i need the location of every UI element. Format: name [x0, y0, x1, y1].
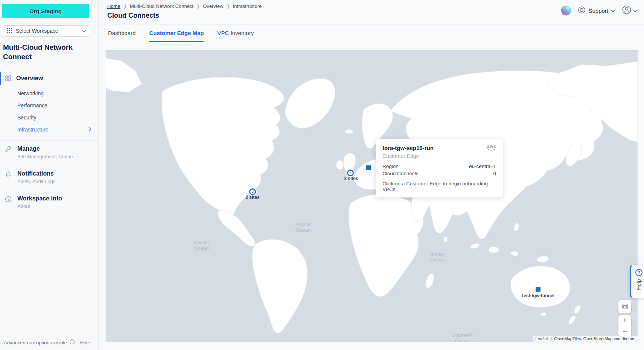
bell-icon [5, 171, 12, 180]
popup-row-region: Region eu-central-1 [382, 163, 496, 170]
breadcrumb-home[interactable]: Home [107, 3, 120, 9]
sidebar-item-manage[interactable]: Manage Site Management, Conne... [0, 141, 98, 165]
customer-edge-marker[interactable] [366, 165, 371, 170]
sidebar-item-overview-label: Overview [16, 75, 43, 82]
org-avatar[interactable] [561, 6, 571, 15]
overview-grid-icon [5, 75, 11, 81]
popup-row-label: Cloud Connects [382, 170, 419, 177]
sidebar-item-workspace-info-label: Workspace Info [17, 195, 91, 202]
sidebar-item-infrastructure[interactable]: Infrastructure [0, 124, 98, 136]
org-staging-button[interactable]: Org Staging [2, 4, 89, 18]
sidebar-item-networking[interactable]: Networking [0, 87, 98, 99]
active-indicator [0, 72, 1, 85]
page-header: Home ❯ Multi-Cloud Network Connect ❯ Ove… [99, 0, 644, 24]
sidebar-item-manage-sublabel: Site Management, Conne... [17, 154, 91, 159]
attribution-separator: | [551, 336, 552, 341]
site-cluster-label: 2 sites [344, 176, 358, 181]
ocean-label-pacific: Pacific Ocean [194, 240, 209, 251]
question-mark-icon: ? [635, 269, 642, 276]
ocean-label-atlantic: Atlantic Ocean [295, 222, 312, 233]
wrench-icon [5, 146, 12, 155]
world-map-landmasses [106, 50, 638, 342]
sidebar-item-security-label: Security [17, 115, 37, 121]
sidebar-item-workspace-info[interactable]: Workspace Info About [0, 190, 98, 215]
ocean-label-indian: Indian Ocean [430, 251, 445, 263]
user-menu[interactable] [622, 5, 637, 16]
info-icon [69, 339, 75, 346]
popup-row-cloud-connects: Cloud Connects 0 [382, 170, 496, 177]
customer-edge-map[interactable]: Pacific Ocean Atlantic Ocean Indian Ocea… [106, 50, 638, 342]
sidebar-item-notifications-label: Notifications [17, 170, 91, 177]
site-cluster-marker[interactable]: 2 [249, 188, 256, 195]
support-icon [578, 6, 586, 15]
chevron-down-icon [611, 7, 615, 14]
user-icon [622, 5, 632, 16]
popup-row-label: Region [382, 163, 399, 170]
popup-row-value: eu-central-1 [469, 163, 496, 170]
header-actions: Support [561, 5, 637, 16]
breadcrumb-separator: ❯ [226, 4, 230, 9]
product-title: Multi-Cloud Network Connect [3, 43, 89, 61]
chevron-down-icon [633, 7, 637, 14]
sidebar-item-networking-label: Networking [17, 90, 44, 96]
leaflet-link[interactable]: Leaflet [536, 336, 548, 341]
popup-row-value: 0 [493, 170, 496, 177]
fit-bounds-button[interactable] [618, 300, 631, 313]
sidebar-item-security[interactable]: Security [0, 112, 98, 124]
customer-edge-popup: tora-tgw-sep16-run aws Customer Edge Reg… [376, 139, 503, 197]
chevron-right-icon [88, 127, 91, 133]
workspace-selector[interactable]: Select Workspace [3, 25, 90, 37]
zoom-out-button[interactable]: − [618, 326, 631, 337]
map-attribution: Leaflet | OpenMapTiles, OpenStreetMap co… [533, 336, 638, 342]
sidebar-item-overview[interactable]: Overview [0, 69, 98, 87]
site-cluster-marker[interactable]: 2 [347, 170, 354, 176]
chevron-down-icon [82, 28, 86, 34]
ocean-label-southern: Southern Ocean [452, 332, 472, 342]
sidebar-item-performance[interactable]: Performance [0, 99, 98, 112]
aws-provider-icon: aws [487, 144, 496, 151]
support-menu[interactable]: Support [578, 6, 615, 15]
sidebar-item-notifications-sublabel: Alerts, Audit Logs [17, 179, 91, 184]
breadcrumb-overview[interactable]: Overview [203, 3, 223, 9]
sidebar-item-performance-label: Performance [17, 102, 47, 109]
attribution-text: OpenMapTiles, OpenStreetMap contributors [554, 336, 635, 341]
fit-bounds-icon [622, 304, 628, 309]
overview-subnav: Networking Performance Security Infrastr… [0, 87, 98, 140]
sidebar-footer: Advanced nav options visible Hide [0, 335, 98, 350]
sidebar-item-workspace-info-sublabel: About [17, 203, 91, 209]
site-cluster-label: 2 sites [245, 195, 259, 200]
zoom-in-button[interactable]: + [618, 315, 631, 326]
popup-title: tora-tgw-sep16-run [382, 145, 487, 151]
tab-customer-edge-map[interactable]: Customer Edge Map [149, 30, 204, 42]
popup-hint-text: Click on a Customer Edge to begin onboar… [382, 181, 496, 192]
sidebar: Org Staging Select Workspace Multi-Cloud… [0, 0, 99, 350]
support-label: Support [588, 8, 608, 14]
customer-edge-marker[interactable] [536, 287, 540, 292]
sidebar-item-infrastructure-label: Infrastructure [17, 127, 48, 133]
app-root: Org Staging Select Workspace Multi-Cloud… [0, 0, 644, 350]
main-content: Home ❯ Multi-Cloud Network Connect ❯ Ove… [99, 0, 644, 350]
tab-vpc-inventory[interactable]: VPC Inventory [217, 30, 254, 42]
breadcrumb-separator: ❯ [123, 4, 127, 9]
breadcrumb-infrastructure[interactable]: Infrastructure [233, 3, 262, 9]
zoom-controls: + − [618, 315, 631, 337]
hide-nav-link[interactable]: Hide [80, 340, 90, 345]
breadcrumb-mcn-connect[interactable]: Multi-Cloud Network Connect [130, 3, 193, 9]
popup-subtitle: Customer Edge [382, 153, 496, 159]
app-grid-icon [7, 28, 12, 35]
divider [0, 215, 98, 215]
sidebar-item-manage-label: Manage [17, 145, 91, 152]
tab-dashboard[interactable]: Dashboard [108, 30, 135, 42]
info-icon [5, 196, 12, 204]
customer-edge-label: test-tgw-tunnel [522, 293, 554, 298]
workspace-selector-label: Select Workspace [16, 28, 78, 34]
sidebar-item-notifications[interactable]: Notifications Alerts, Audit Logs [0, 165, 98, 190]
help-tab-label: Help [636, 279, 642, 290]
advanced-nav-text: Advanced nav options visible [4, 340, 67, 345]
help-tab[interactable]: ? Help [630, 265, 644, 298]
breadcrumb-separator: ❯ [196, 4, 200, 9]
tab-bar: Dashboard Customer Edge Map VPC Inventor… [99, 24, 644, 42]
